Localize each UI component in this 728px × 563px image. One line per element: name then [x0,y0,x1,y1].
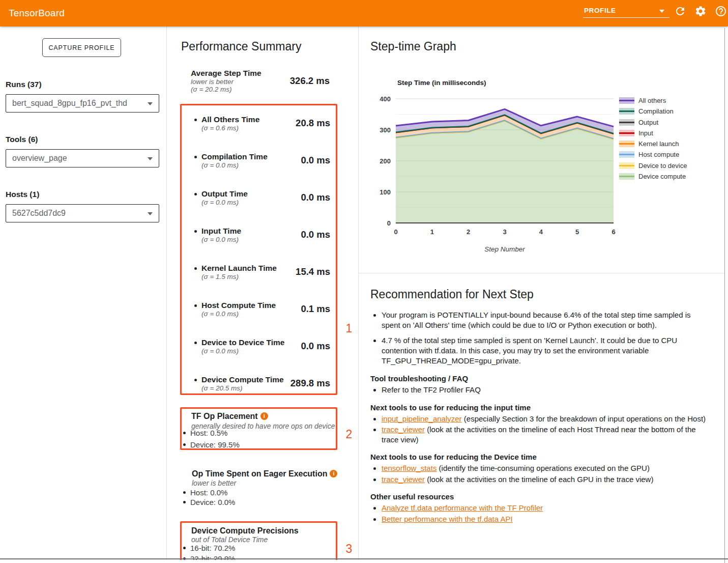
text: (identify the time-consuming operations … [436,464,650,472]
legend-item: Host compute [619,151,687,158]
legend-item: Input [619,130,687,136]
tf-op-host: Host: 0.5% [190,429,227,437]
runs-select-value: bert_squad_8gpu_fp16_pvt_thd [12,99,127,108]
bullet-icon [183,432,186,434]
legend-swatch [619,97,634,104]
legend-item: Device compute [619,173,687,180]
app-header: TensorBoard PROFILE [0,0,728,26]
link[interactable]: trace_viewer [382,475,425,484]
legend-label: Host compute [638,151,679,158]
subsection-heading: Tool troubleshooting / FAQ [370,374,712,383]
subsection-item: Analyze tf.data performance with the TF … [382,503,708,513]
recommendation-subsection: Other useful resourcesAnalyze tf.data pe… [370,492,712,524]
hosts-select-value: 5627c5dd7dc9 [12,209,66,218]
svg-text:300: 300 [380,126,391,134]
subsection-heading: Next tools to use for reducing the Devic… [370,453,712,461]
capture-profile-button[interactable]: CAPTURE PROFILE [42,38,121,57]
subsection-list: tensorflow_stats (identify the time-cons… [370,463,715,484]
tools-select[interactable]: overview_page [6,149,159,167]
eager-title-text: Op Time Spent on Eager Execution [192,469,327,478]
subsection-item: Refer to the TF2 Profiler FAQ [382,385,708,395]
legend-item: Device to device [619,162,687,169]
subsection-list: Analyze tf.data performance with the TF … [370,503,715,524]
step-time-graph-section: Step-time Graph Step Time (in millisecon… [359,26,724,273]
hosts-select[interactable]: 5627c5dd7dc9 [6,204,159,222]
legend-swatch [619,140,634,147]
link[interactable]: Better performance with the tf.data API [382,515,513,523]
chevron-down-icon [659,10,664,13]
bullet-icon [183,547,186,549]
eager-device: Device: 0.0% [190,498,235,506]
legend-label: Input [638,129,653,137]
help-icon[interactable] [715,5,727,17]
annotation-box-1 [180,104,337,395]
eager-title: Op Time Spent on Eager Executioni [192,469,337,478]
subsection-item: Better performance with the tf.data API [382,514,708,524]
bullet-icon [183,491,186,494]
link[interactable]: Analyze tf.data performance with the TF … [382,503,543,512]
hosts-label: Hosts (1) [6,190,39,199]
legend-swatch [619,151,634,158]
svg-text:400: 400 [380,95,391,103]
legend-label: Device to device [638,162,687,170]
recommendation-subsection: Tool troubleshooting / FAQRefer to the T… [370,374,712,395]
eager-note: lower is better [192,479,236,487]
svg-text:3: 3 [503,228,506,236]
svg-text:200: 200 [380,157,391,165]
chart-legend: All othersCompilationOutputInputKernel l… [619,97,687,184]
average-step-time-label: Average Step Time [191,69,261,78]
legend-label: Device compute [638,173,686,180]
svg-text:100: 100 [380,188,391,196]
sidebar: CAPTURE PROFILE Runs (37) bert_squad_8gp… [0,26,167,560]
svg-text:1: 1 [430,228,434,236]
link[interactable]: tensorflow_stats [382,464,436,472]
svg-text:0: 0 [387,219,391,227]
tools-select-value: overview_page [12,154,67,163]
text: Refer to the TF2 Profiler FAQ [382,385,481,394]
recommendation-list: Your program is POTENTIALLY input-bound … [370,310,710,366]
recommendation-subsection: Next tools to use for reducing the input… [370,403,712,445]
legend-swatch [619,173,634,180]
text: (look at the activities on the timeline … [382,425,696,444]
performance-summary-panel: Performance Summary Average Step Time lo… [167,26,359,560]
info-icon[interactable]: i [260,412,268,420]
annotation-number-3: 3 [343,542,355,556]
dashboard-select[interactable]: PROFILE [583,5,669,18]
dashboard-select-value: PROFILE [584,7,616,14]
runs-label: Runs (37) [6,80,42,89]
right-panel: Step-time Graph Step Time (in millisecon… [359,26,724,560]
bullet-icon [183,501,186,503]
average-step-time-note: lower is better [191,78,261,86]
tools-label: Tools (6) [6,135,38,144]
recommendation-subsection: Next tools to use for reducing the Devic… [370,453,712,484]
legend-item: Compilation [619,108,687,115]
legend-swatch [619,108,634,115]
window-bottom-edge [0,558,728,559]
annotation-number-1: 1 [343,322,355,335]
legend-item: Kernel launch [619,140,687,147]
legend-item: All others [619,97,687,104]
window-right-edge [724,28,725,563]
tf-op-placement-title: TF Op Placementi [191,412,268,421]
svg-text:6: 6 [611,228,615,236]
svg-text:4: 4 [539,228,543,236]
info-icon[interactable]: i [330,470,337,477]
average-step-time-sigma: (σ = 20.2 ms) [191,86,261,93]
reload-icon[interactable] [674,5,686,17]
text: (look at the activities on the timeline … [425,475,653,484]
precisions-note: out of Total Device Time [191,536,268,544]
settings-gear-icon[interactable] [694,5,707,17]
tf-op-placement-title-text: TF Op Placement [191,412,258,420]
legend-label: All others [638,97,666,104]
recommendation-bullet: 4.7 % of the total step time sampled is … [382,335,710,366]
svg-text:5: 5 [575,228,579,236]
link[interactable]: trace_viewer [382,425,425,434]
precision-16bit: 16-bit: 70.2% [190,544,235,552]
runs-select[interactable]: bert_squad_8gpu_fp16_pvt_thd [6,94,159,112]
svg-text:0: 0 [394,228,397,236]
subsection-heading: Next tools to use for reducing the input… [370,403,712,412]
link[interactable]: input_pipeline_analyzer [382,414,462,423]
text: (especially Section 3 for the breakdown … [462,414,706,423]
annotation-number-2: 2 [343,428,355,441]
average-step-time: Average Step Time lower is better (σ = 2… [191,69,261,93]
